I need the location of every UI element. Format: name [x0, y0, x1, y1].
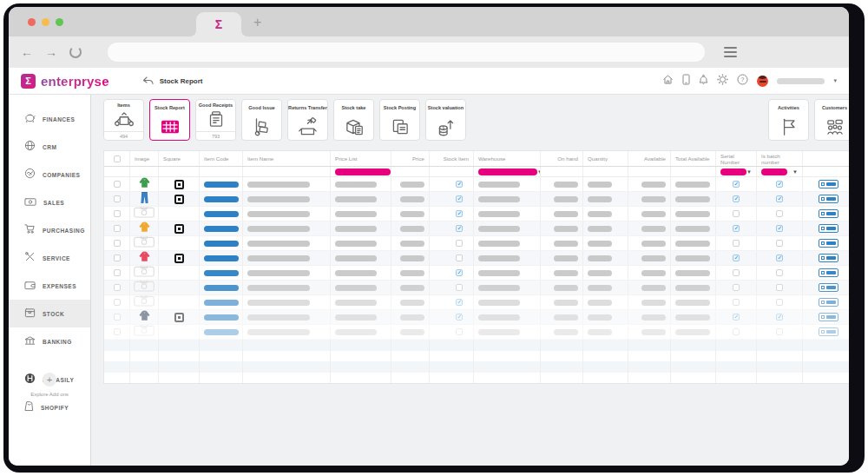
close-window-button[interactable]	[28, 18, 36, 26]
stock-item-checkbox[interactable]	[456, 328, 463, 335]
window-controls[interactable]	[28, 18, 63, 26]
reload-button[interactable]	[69, 46, 82, 58]
table-row[interactable]	[104, 325, 849, 340]
filter-warehouse[interactable]: ▼	[474, 167, 541, 176]
explore-addons[interactable]: + Explore Add ons	[9, 373, 90, 397]
row-select-checkbox[interactable]	[114, 240, 121, 247]
square-qr-icon[interactable]	[174, 313, 184, 322]
square-qr-icon[interactable]	[174, 195, 184, 204]
is-batch-number-checkbox[interactable]	[776, 225, 783, 232]
col-header-serial-number[interactable]: Serial Number	[716, 151, 757, 166]
stock-item-checkbox[interactable]	[456, 269, 463, 276]
col-header-quantity[interactable]: Quantity	[583, 151, 628, 166]
card-good-issue[interactable]: Good Issue	[241, 99, 282, 141]
forward-button[interactable]: →	[45, 45, 57, 59]
row-select-checkbox[interactable]	[114, 314, 121, 321]
minimize-window-button[interactable]	[42, 18, 49, 26]
stock-item-checkbox[interactable]	[456, 225, 463, 232]
col-header-is-batch-number[interactable]: Is batch number	[757, 151, 803, 166]
card-activities[interactable]: Activities	[768, 99, 809, 141]
edit-row-button[interactable]	[819, 283, 838, 292]
row-select-checkbox[interactable]	[114, 284, 121, 291]
stock-item-checkbox[interactable]	[456, 195, 463, 202]
sidebar-item-banking[interactable]: BANKING	[9, 327, 90, 355]
card-stock-valuation[interactable]: Stock valuation $	[425, 99, 466, 141]
col-header-image[interactable]: Image	[130, 151, 159, 166]
edit-row-button[interactable]	[819, 209, 838, 218]
col-header-available[interactable]: Available	[628, 151, 671, 166]
sidebar-item-companies[interactable]: COMPANIES	[9, 161, 90, 188]
row-select-checkbox[interactable]	[114, 195, 121, 202]
edit-row-button[interactable]	[819, 195, 838, 203]
row-select-checkbox[interactable]	[114, 210, 121, 217]
is-batch-number-checkbox[interactable]	[776, 328, 783, 335]
stock-item-checkbox[interactable]	[456, 255, 463, 261]
card-stock-report[interactable]: Stock Report	[149, 99, 190, 141]
maximize-window-button[interactable]	[56, 18, 63, 26]
table-row[interactable]	[104, 310, 849, 325]
stock-item-checkbox[interactable]	[456, 181, 463, 188]
serial-number-checkbox[interactable]	[733, 269, 740, 276]
new-tab-button[interactable]: +	[253, 16, 261, 30]
table-row[interactable]	[104, 266, 849, 281]
edit-row-button[interactable]	[819, 313, 838, 321]
sidebar-item-stock[interactable]: STOCK	[9, 300, 90, 327]
is-batch-number-checkbox[interactable]	[776, 314, 783, 321]
col-header-square[interactable]: Square	[159, 151, 200, 166]
serial-number-checkbox[interactable]	[733, 328, 740, 335]
serial-number-checkbox[interactable]	[733, 255, 740, 261]
col-header-blank[interactable]	[803, 151, 849, 166]
add-addon-icon[interactable]: +	[43, 373, 56, 387]
edit-row-button[interactable]	[819, 224, 838, 233]
is-batch-number-checkbox[interactable]	[776, 284, 783, 291]
sidebar-item-shopify[interactable]: SHOPIFY	[9, 393, 90, 421]
user-menu-caret-icon[interactable]: ▾	[833, 77, 837, 84]
select-all-checkbox[interactable]	[114, 155, 121, 162]
stock-item-checkbox[interactable]	[456, 210, 463, 217]
col-header-stock-item[interactable]: Stock Item	[430, 151, 474, 166]
mobile-icon[interactable]	[682, 73, 690, 89]
browser-menu-button[interactable]	[724, 47, 737, 57]
card-stock-posting[interactable]: Stock Posting	[379, 99, 420, 141]
table-row[interactable]	[104, 251, 849, 266]
serial-number-checkbox[interactable]	[733, 225, 740, 232]
address-bar[interactable]	[108, 43, 705, 62]
row-select-checkbox[interactable]	[114, 328, 121, 335]
col-header-warehouse[interactable]: Warehouse	[474, 151, 541, 166]
back-arrow-icon[interactable]	[142, 76, 154, 85]
edit-row-button[interactable]	[819, 254, 838, 262]
serial-number-checkbox[interactable]	[733, 195, 740, 202]
table-row[interactable]	[104, 207, 849, 221]
is-batch-number-checkbox[interactable]	[776, 240, 783, 247]
card-items[interactable]: Items 494	[103, 99, 144, 141]
col-header-total-available[interactable]: Total Available	[671, 151, 716, 166]
help-icon[interactable]: ?	[737, 73, 748, 89]
serial-number-checkbox[interactable]	[733, 284, 740, 291]
row-select-checkbox[interactable]	[114, 269, 121, 276]
edit-row-button[interactable]	[819, 239, 838, 248]
sidebar-item-crm[interactable]: CRM	[9, 133, 90, 161]
enterpryse-logo-icon[interactable]: Σ	[21, 74, 36, 89]
serial-number-checkbox[interactable]	[733, 299, 740, 306]
bell-icon[interactable]	[699, 73, 708, 89]
square-qr-icon[interactable]	[174, 254, 184, 263]
table-row[interactable]	[104, 192, 849, 207]
table-row[interactable]	[104, 281, 849, 295]
col-header-item-name[interactable]: Item Name	[243, 151, 331, 166]
back-button[interactable]: ←	[21, 45, 33, 59]
square-qr-icon[interactable]	[174, 180, 184, 189]
col-header-on-hand[interactable]: On hand	[541, 151, 583, 166]
table-row[interactable]	[104, 295, 849, 310]
dropdown-caret-icon[interactable]: ▼	[746, 169, 752, 175]
dropdown-caret-icon[interactable]: ▼	[792, 169, 798, 175]
filter-price-list[interactable]: ▼	[331, 167, 391, 176]
edit-row-button[interactable]	[819, 268, 838, 277]
card-customers[interactable]: Customers	[814, 99, 849, 141]
row-select-checkbox[interactable]	[114, 181, 121, 188]
serial-number-checkbox[interactable]	[733, 210, 740, 217]
edit-row-button[interactable]	[819, 298, 838, 307]
edit-row-button[interactable]	[819, 327, 838, 336]
serial-number-checkbox[interactable]	[733, 240, 740, 247]
filter-serial-number[interactable]: ▼	[716, 167, 757, 176]
sidebar-item-purchasing[interactable]: PURCHASING	[9, 216, 90, 244]
